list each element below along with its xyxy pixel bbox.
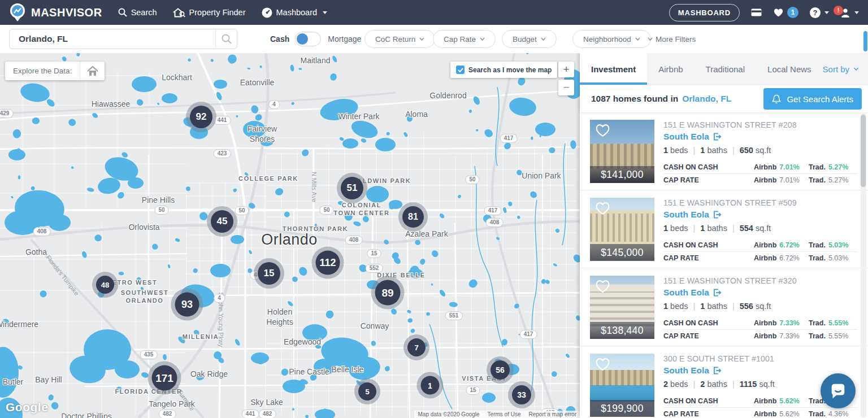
explore-data-control[interactable]: Explore the Data:: [5, 62, 105, 80]
billing-button[interactable]: [751, 8, 762, 17]
cap-rate-filter[interactable]: Cap Rate: [433, 30, 496, 48]
search-as-move-checkbox[interactable]: [456, 66, 465, 74]
favorite-heart-icon[interactable]: [595, 124, 610, 140]
cash-label: Cash: [270, 34, 289, 43]
route-badge: 15: [367, 249, 381, 258]
favorites-button[interactable]: 1: [773, 7, 798, 18]
cash-mortgage-toggle[interactable]: [295, 32, 321, 46]
chat-launcher-button[interactable]: [821, 373, 856, 408]
budget-filter[interactable]: Budget: [502, 30, 557, 48]
more-filters-button[interactable]: More Filters: [648, 35, 696, 43]
location-search-box[interactable]: [9, 29, 237, 49]
map-cluster-marker[interactable]: 92: [190, 106, 212, 128]
tab-traditional[interactable]: Traditional: [695, 53, 756, 85]
home-icon: [87, 66, 98, 76]
mortgage-dropdown[interactable]: Mortgage: [328, 34, 370, 43]
map-cluster-marker[interactable]: 51: [341, 177, 363, 199]
cap-rate-row: CAP RATE Airbnb7.33% Trad.5.55%: [663, 329, 858, 342]
route-badge: 435: [140, 350, 158, 359]
nav-search[interactable]: Search: [118, 8, 157, 17]
get-search-alerts-button[interactable]: Get Search Alerts: [763, 88, 862, 110]
map-cluster-marker[interactable]: 7: [407, 338, 426, 356]
tab-local-news[interactable]: Local News: [756, 53, 823, 85]
favorite-heart-icon[interactable]: [595, 280, 610, 295]
tab-airbnb[interactable]: Airbnb: [647, 53, 694, 85]
neighborhood-link[interactable]: South Eola: [663, 288, 858, 298]
property-photo[interactable]: $145,000: [590, 198, 654, 261]
map-cluster-marker[interactable]: 56: [491, 360, 510, 380]
search-as-move-label: Search as I move the map: [468, 66, 552, 74]
nav-search-label: Search: [131, 8, 157, 17]
nav-property-finder[interactable]: Property Finder: [173, 8, 246, 18]
property-card[interactable]: $141,000 151 E WASHINGTON STREET #208 So…: [580, 112, 868, 190]
neighborhood-link[interactable]: South Eola: [663, 210, 858, 220]
cash-on-cash-row: CASH ON CASH Airbnb7.01% Trad.5.27%: [663, 160, 858, 173]
property-finder-icon: [173, 8, 185, 18]
map-cluster-marker[interactable]: 89: [375, 280, 401, 306]
route-badge: 417: [500, 134, 518, 143]
property-price: $199,900: [590, 400, 654, 417]
property-photo[interactable]: $138,440: [590, 276, 654, 339]
map-cluster-marker[interactable]: 112: [316, 251, 340, 275]
property-specs: 1 beds|1 baths|650 sq.ft: [663, 146, 858, 155]
report-error-link[interactable]: Report a map error: [529, 411, 576, 417]
user-menu[interactable]: !: [840, 8, 859, 18]
results-location-link[interactable]: Orlando, FL: [682, 94, 731, 104]
zoom-in-button[interactable]: +: [558, 62, 574, 77]
brand-logo[interactable]: MASHVISOR: [9, 3, 102, 22]
search-icon: [222, 34, 232, 44]
route-badge: 408: [345, 236, 363, 245]
map-cluster-marker[interactable]: 45: [211, 210, 233, 233]
map-cluster-marker[interactable]: 81: [402, 206, 424, 228]
route-badge: 50: [319, 206, 333, 215]
map-cluster-marker[interactable]: 15: [258, 262, 280, 285]
property-photo[interactable]: $141,000: [590, 120, 654, 183]
property-card[interactable]: $138,440 151 E WASHINGTON STREET #320 So…: [580, 268, 868, 346]
terms-of-use-link[interactable]: Terms of Use: [488, 411, 521, 417]
map-cluster-marker[interactable]: 171: [152, 365, 177, 391]
neighborhood-filter[interactable]: Neighborhood: [572, 30, 651, 48]
route-badge: 4: [268, 100, 280, 109]
results-count: 1087 homes found in: [591, 94, 678, 104]
search-submit-button[interactable]: [215, 29, 237, 49]
cap-rate-row: CAP RATE Airbnb7.01% Trad.5.27%: [663, 173, 858, 186]
map[interactable]: MaitlandLockhartEatonvilleHiawasseeWinte…: [0, 53, 580, 418]
check-icon: [458, 68, 463, 72]
mashboard-icon: [262, 7, 272, 18]
favorite-heart-icon[interactable]: [595, 358, 610, 373]
map-cluster-marker[interactable]: 48: [96, 276, 114, 294]
property-info: 151 E WASHINGTON STREET #509 South Eola …: [663, 198, 858, 260]
map-data-credit: Map data ©2020 Google: [418, 411, 479, 417]
list-scrollbar-thumb[interactable]: [861, 115, 866, 187]
page-scrollbar-thumb[interactable]: [863, 31, 867, 51]
main-content: MaitlandLockhartEatonvilleHiawasseeWinte…: [0, 53, 868, 418]
help-menu[interactable]: ?: [810, 7, 829, 18]
neighborhood-link[interactable]: South Eola: [663, 132, 858, 142]
map-cluster-marker[interactable]: 5: [358, 382, 376, 400]
sort-by-dropdown[interactable]: Sort by: [823, 64, 860, 74]
explore-home-button[interactable]: [80, 62, 105, 80]
location-search-input[interactable]: [10, 34, 215, 44]
route-badge: 551: [445, 311, 463, 320]
route-badge: 441: [242, 410, 259, 418]
mashboard-button[interactable]: MASHBOARD: [669, 4, 740, 21]
route-badge: 417: [484, 206, 502, 215]
zoom-out-button[interactable]: −: [558, 80, 574, 95]
route-badge: 50: [154, 206, 168, 215]
map-cluster-marker[interactable]: 1: [421, 376, 440, 395]
neighborhood-link[interactable]: South Eola: [663, 365, 858, 376]
tab-investment[interactable]: Investment: [580, 53, 647, 85]
budget-label: Budget: [513, 35, 537, 43]
favorite-heart-icon[interactable]: [595, 202, 610, 217]
map-cluster-marker[interactable]: 33: [512, 385, 531, 404]
map-cluster-marker[interactable]: 93: [175, 293, 199, 317]
chevron-down-icon: [323, 11, 327, 14]
property-photo[interactable]: $199,900: [590, 354, 654, 417]
external-link-icon: [713, 133, 722, 141]
search-as-move-control[interactable]: Search as I move the map: [450, 62, 557, 78]
coc-return-filter[interactable]: CoC Return: [364, 30, 435, 48]
property-address: 300 E SOUTH STREET #1001: [663, 354, 858, 363]
nav-mashboard[interactable]: Mashboard: [262, 7, 328, 18]
nav-property-finder-label: Property Finder: [189, 8, 246, 17]
property-card[interactable]: $145,000 151 E WASHINGTON STREET #509 So…: [580, 190, 868, 268]
